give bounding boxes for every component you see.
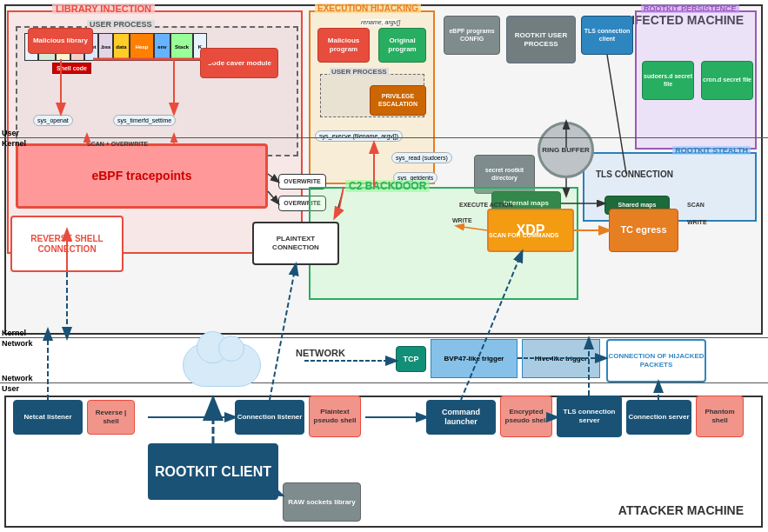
reverse-shell-box: Reverse | shell	[87, 400, 135, 435]
rename-argv-label: rename, argv[]	[361, 19, 400, 25]
rootkit-stealth-label: ROOTKIT STEALTH	[672, 146, 751, 155]
reverse-shell-connection-box: REVERSE SHELL CONNECTION	[10, 216, 124, 272]
connection-server-box: Connection server	[626, 400, 691, 435]
phantom-shell-box: Phantom shell	[696, 396, 744, 437]
kernel-label-1: Kernel	[2, 139, 26, 148]
user-label-1: User	[2, 129, 19, 137]
rootkit-user-process-box: ROOTKIT USER PROCESS	[506, 16, 576, 63]
tls-connection-server-box: TLS connection server	[557, 396, 622, 437]
scan-label: SCAN	[687, 202, 705, 208]
c2-backdoor-label: C2 BACKDOOR	[345, 180, 430, 192]
user-label-2: User	[2, 384, 19, 393]
malicious-program-box: Malicious program	[317, 28, 370, 63]
malicious-library-box: Malicious library	[28, 28, 93, 54]
xdp-box: XDP	[487, 209, 574, 252]
rootkit-client-box: ROOTKIT CLIENT	[148, 443, 278, 500]
cloud-shape	[183, 343, 261, 387]
user-process-exec-label: USER PROCESS	[330, 68, 389, 76]
rootkit-persistence-label: ROOTKIT PERSISTENCE	[641, 4, 739, 13]
write1-label: WRITE	[452, 217, 472, 223]
kernel-network-separator	[0, 337, 768, 338]
scan-for-commands-label: SCAN FOR COMMANDS	[489, 232, 559, 238]
scan-overwrite-label: SCAN + OVERWRITE	[87, 141, 148, 147]
network-region-label: NETWORK	[296, 348, 345, 358]
encrypted-pseudo-shell-box: Encrypted pseudo shell	[500, 396, 552, 437]
mem-data: data	[113, 33, 130, 61]
sys-execve-label: sys_execve (filename, argv[])	[315, 130, 403, 142]
network-user-separator	[0, 382, 768, 383]
network-label-1: Network	[2, 339, 33, 348]
hive-box: Hive-like trigger	[522, 339, 600, 378]
exec-hijacking-label: EXECUTION HIJACKING	[315, 3, 421, 13]
diagram: INFECTED MACHINE LIBRARY INJECTION USER …	[0, 0, 768, 532]
cron-box: cron.d secret file	[701, 61, 753, 100]
sudoers-box: sudoers.d secret file	[642, 61, 694, 100]
mem-bss: .bss	[98, 33, 112, 61]
netcat-listener-box: Netcat listener	[13, 400, 83, 435]
tls-connection-label: TLS CONNECTION	[596, 170, 673, 179]
plaintext-pseudo-shell-box: Plaintext pseudo shell	[309, 396, 361, 437]
kernel-label-2: Kernel	[2, 329, 26, 337]
code-caver-box: Code caver module	[200, 48, 278, 78]
original-program-box: Original program	[378, 28, 426, 63]
mem-env: env	[154, 33, 171, 61]
user-kernel-separator	[0, 137, 768, 138]
raw-sockets-box: RAW sockets library	[283, 482, 361, 522]
network-label-2: Network	[2, 374, 33, 382]
sys-read-label: sys_read (sudoers)	[391, 152, 452, 163]
hijacked-packets-box: CONNECTION OF HIJACKED PACKETS	[606, 339, 706, 382]
ebpf-config-box: eBPF programs CONFIG	[444, 16, 500, 55]
execute-action-label: EXECUTE ACTION	[459, 202, 513, 208]
connection-listener-box: Connection listener	[235, 400, 304, 435]
library-injection-label: LIBRARY INJECTION	[52, 3, 155, 14]
command-launcher-box: Command launcher	[426, 400, 496, 435]
tc-egress-box: TC egress	[609, 209, 678, 252]
tls-connection-client-box: TLS connection client	[581, 16, 633, 55]
shell-code-box: Shell code	[52, 63, 91, 74]
mem-heap: Heap	[130, 33, 153, 61]
bvp47-box: BVP47-like trigger	[431, 339, 518, 378]
plaintext-connection-box: PLAINTEXT CONNECTION	[252, 222, 339, 265]
tcp-box: TCP	[396, 346, 426, 372]
ring-buffer: RING BUFFER	[538, 122, 594, 178]
sys-openat-label: sys_openat	[33, 115, 73, 126]
sys-timerfd-label: sys_timerfd_settime	[113, 115, 176, 126]
write2-label: WRITE	[687, 219, 707, 225]
attacker-machine-label: ATTACKER MACHINE	[618, 503, 744, 517]
ebpf-tracepoints-box: eBPF tracepoints	[16, 143, 268, 209]
mem-stack: Stack	[170, 33, 192, 61]
user-process-inner-label: USER PROCESS	[87, 20, 155, 29]
privilege-escalation-box: PRIVILEGE ESCALATION	[370, 85, 426, 116]
